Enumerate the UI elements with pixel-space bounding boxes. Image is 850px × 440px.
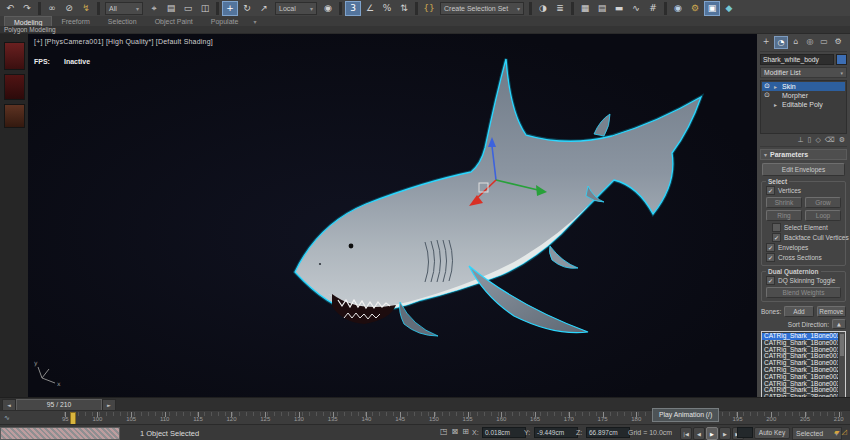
tab-object-paint[interactable]: Object Paint: [146, 16, 202, 26]
select-by-name-icon[interactable]: ▤: [163, 1, 179, 16]
viewport-canvas[interactable]: x y: [28, 34, 757, 397]
time-slider[interactable]: ◄ 95 / 210 ►: [0, 397, 850, 411]
select-and-move-icon[interactable]: +: [222, 1, 238, 16]
toggle-scene-explorer-icon[interactable]: ▦: [577, 1, 593, 16]
object-name-field[interactable]: Shark_white_body: [760, 54, 834, 65]
window-crossing-toggle-icon[interactable]: ◫: [197, 1, 213, 16]
create-selection-set-dropdown[interactable]: Create Selection Set ▾: [440, 2, 524, 15]
remove-modifier-icon[interactable]: ⌫: [825, 136, 835, 144]
tab-populate[interactable]: Populate: [202, 16, 248, 26]
unlink-selection-icon[interactable]: ⊘: [61, 1, 77, 16]
cross-sections-checkbox[interactable]: Cross Sections: [766, 253, 843, 262]
pin-stack-icon[interactable]: ⊥: [797, 136, 803, 144]
go-to-start-button[interactable]: |◀: [680, 427, 692, 440]
toolbar-icon[interactable]: [38, 2, 41, 15]
toolbar-icon[interactable]: [664, 2, 667, 15]
coordinate-system-dropdown[interactable]: Local ▾: [275, 2, 317, 15]
curve-editor-icon[interactable]: ∿: [628, 1, 644, 16]
configure-modifier-sets-icon[interactable]: ⚙: [839, 136, 845, 144]
edit-named-selection-sets-icon[interactable]: {}: [421, 1, 437, 16]
visibility-eye-icon[interactable]: ⊙: [764, 82, 772, 91]
snap-toggle-3d-icon[interactable]: 3: [345, 1, 361, 16]
selection-filter-dropdown[interactable]: All ▾: [105, 2, 143, 15]
play-animation-button[interactable]: ▶: [706, 427, 718, 440]
bone-list-vertical-scrollbar[interactable]: ▼: [838, 332, 845, 397]
previous-frame-button[interactable]: ◀: [693, 427, 705, 440]
tab-freeform[interactable]: Freeform: [52, 16, 98, 26]
modifier-stack[interactable]: ⊙ ▸ Skin ⊙ Morpher ▸ Editable Poly: [760, 80, 847, 134]
stack-item-skin[interactable]: ⊙ ▸ Skin: [762, 82, 845, 91]
add-bone-button[interactable]: Add: [784, 306, 813, 317]
next-frame-button[interactable]: ▶: [719, 427, 731, 440]
camera-viewport[interactable]: [+] [PhysCamera001] [High Quality*] [Def…: [28, 34, 757, 397]
envelopes-checkbox[interactable]: Envelopes: [766, 243, 843, 252]
x-coordinate-field[interactable]: 0.018cm: [482, 427, 526, 438]
mirror-icon[interactable]: ◑: [535, 1, 551, 16]
hierarchy-tab-icon[interactable]: ⌂: [790, 36, 802, 47]
undo-icon[interactable]: ↶: [2, 1, 18, 16]
scrollbar-thumb[interactable]: [840, 334, 844, 356]
open-mini-curve-editor-icon[interactable]: ∿: [4, 414, 10, 422]
show-end-result-icon[interactable]: ▯: [808, 136, 812, 144]
motion-tab-icon[interactable]: ◎: [804, 36, 816, 47]
select-object-icon[interactable]: ⌖: [146, 1, 162, 16]
schematic-view-icon[interactable]: #: [645, 1, 661, 16]
viewport-layout-tabs[interactable]: [0, 34, 29, 397]
create-tab-icon[interactable]: +: [760, 36, 772, 47]
selection-lock-toggle-icon[interactable]: ⊠: [452, 427, 459, 436]
sort-direction-button[interactable]: ▲: [832, 319, 846, 329]
render-production-icon[interactable]: ◆: [721, 1, 737, 16]
ribbon-overflow-icon[interactable]: ▾: [247, 16, 262, 26]
shark-model[interactable]: [295, 59, 701, 336]
ring-button[interactable]: Ring: [766, 210, 802, 221]
vertices-checkbox[interactable]: Vertices: [766, 186, 843, 195]
percent-snap-toggle-icon[interactable]: %: [379, 1, 395, 16]
toggle-layer-explorer-icon[interactable]: ▤: [594, 1, 610, 16]
select-and-link-icon[interactable]: ∞: [44, 1, 60, 16]
edit-envelopes-button[interactable]: Edit Envelopes: [762, 163, 845, 176]
loop-button[interactable]: Loop: [805, 210, 841, 221]
expand-arrow-icon[interactable]: ▸: [774, 100, 780, 109]
modify-tab-icon[interactable]: ◔: [774, 36, 788, 49]
display-tab-icon[interactable]: ▭: [818, 36, 830, 47]
backface-cull-checkbox[interactable]: Backface Cull Vertices: [772, 233, 843, 242]
select-element-checkbox[interactable]: Select Element: [772, 223, 843, 232]
viewport-label[interactable]: [+] [PhysCamera001] [High Quality*] [Def…: [34, 38, 213, 45]
select-and-rotate-icon[interactable]: ↻: [239, 1, 255, 16]
stack-item-editable-poly[interactable]: ▸ Editable Poly: [762, 100, 845, 109]
visibility-eye-icon[interactable]: [764, 100, 772, 109]
tab-modeling[interactable]: Modeling: [4, 16, 52, 26]
viewport-tab-thumbnail[interactable]: [4, 74, 25, 100]
toggle-ribbon-icon[interactable]: ▬: [611, 1, 627, 16]
object-color-swatch[interactable]: [836, 54, 847, 65]
visibility-eye-icon[interactable]: ⊙: [764, 91, 772, 100]
remove-bone-button[interactable]: Remove: [817, 306, 846, 317]
bone-list[interactable]: CATRig_Shark_1Bone001CATRig_Shark_1Bone0…: [761, 331, 846, 397]
toolbar-icon[interactable]: [339, 2, 342, 15]
key-filters-icon[interactable]: ◿: [841, 428, 846, 436]
tab-selection[interactable]: Selection: [99, 16, 146, 26]
isolate-selection-toggle-icon[interactable]: ◳: [440, 427, 448, 436]
ribbon-panel-strip[interactable]: Polygon Modeling: [0, 26, 850, 34]
stack-item-morpher[interactable]: ⊙ Morpher: [762, 91, 845, 100]
material-editor-icon[interactable]: ◉: [670, 1, 686, 16]
y-coordinate-field[interactable]: -9.449cm: [534, 427, 578, 438]
viewport-tab-thumbnail[interactable]: [4, 104, 25, 128]
frame-number-field[interactable]: [737, 427, 753, 438]
utilities-tab-icon[interactable]: ⚙: [832, 36, 844, 47]
dq-skinning-toggle-checkbox[interactable]: DQ Skinning Toggle: [766, 276, 843, 285]
angle-snap-toggle-icon[interactable]: ∠: [362, 1, 378, 16]
z-coordinate-field[interactable]: 66.897cm: [586, 427, 630, 438]
toolbar-icon[interactable]: [216, 2, 219, 15]
use-pivot-point-center-icon[interactable]: ◉: [320, 1, 336, 16]
set-key-icon[interactable]: ▰: [834, 428, 839, 436]
make-unique-icon[interactable]: ◇: [815, 136, 820, 144]
toolbar-icon[interactable]: [529, 2, 532, 15]
align-icon[interactable]: ≣: [552, 1, 568, 16]
blend-weights-button[interactable]: Blend Weights: [766, 287, 841, 298]
shrink-button[interactable]: Shrink: [766, 197, 802, 208]
redo-icon[interactable]: ↷: [19, 1, 35, 16]
timeline-ruler[interactable]: 9510010511011512012513013514014515015516…: [64, 412, 846, 424]
render-setup-icon[interactable]: ⚙: [687, 1, 703, 16]
viewport-tab-thumbnail[interactable]: [4, 42, 25, 70]
